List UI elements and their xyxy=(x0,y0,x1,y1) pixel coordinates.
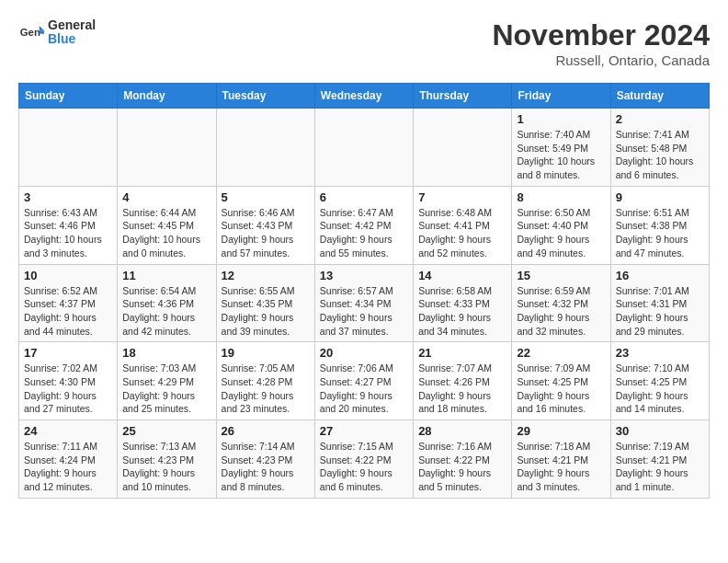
day-info: Sunrise: 6:44 AM Sunset: 4:45 PM Dayligh… xyxy=(122,206,210,260)
calendar-cell: 17Sunrise: 7:02 AM Sunset: 4:30 PM Dayli… xyxy=(19,342,118,420)
day-number: 30 xyxy=(616,424,704,438)
day-number: 28 xyxy=(418,424,506,438)
calendar-cell xyxy=(414,109,512,187)
day-number: 15 xyxy=(517,269,605,282)
day-info: Sunrise: 6:59 AM Sunset: 4:32 PM Dayligh… xyxy=(517,284,605,339)
day-info: Sunrise: 7:10 AM Sunset: 4:25 PM Dayligh… xyxy=(616,362,704,416)
day-info: Sunrise: 7:16 AM Sunset: 4:22 PM Dayligh… xyxy=(418,440,506,494)
day-info: Sunrise: 7:02 AM Sunset: 4:30 PM Dayligh… xyxy=(24,362,112,416)
day-number: 25 xyxy=(122,424,210,438)
calendar-cell: 1Sunrise: 7:40 AM Sunset: 5:49 PM Daylig… xyxy=(512,109,610,187)
location: Russell, Ontario, Canada xyxy=(492,52,710,68)
calendar-cell: 13Sunrise: 6:57 AM Sunset: 4:34 PM Dayli… xyxy=(314,264,413,342)
logo-icon: Gen xyxy=(18,19,44,45)
calendar-cell: 14Sunrise: 6:58 AM Sunset: 4:33 PM Dayli… xyxy=(414,264,512,342)
page-header: Gen General Blue November 2024 Russell, … xyxy=(18,18,710,68)
day-info: Sunrise: 7:06 AM Sunset: 4:27 PM Dayligh… xyxy=(320,362,408,416)
day-info: Sunrise: 7:03 AM Sunset: 4:29 PM Dayligh… xyxy=(122,362,210,416)
day-number: 24 xyxy=(24,424,112,438)
day-info: Sunrise: 6:55 AM Sunset: 4:35 PM Dayligh… xyxy=(222,284,310,339)
svg-rect-3 xyxy=(40,31,44,35)
day-info: Sunrise: 6:47 AM Sunset: 4:42 PM Dayligh… xyxy=(320,206,408,260)
day-number: 21 xyxy=(418,346,506,360)
calendar: SundayMondayTuesdayWednesdayThursdayFrid… xyxy=(18,83,710,499)
calendar-cell: 2Sunrise: 7:41 AM Sunset: 5:48 PM Daylig… xyxy=(610,109,709,187)
day-number: 1 xyxy=(517,112,605,126)
calendar-cell: 19Sunrise: 7:05 AM Sunset: 4:28 PM Dayli… xyxy=(216,342,314,420)
day-number: 9 xyxy=(616,190,704,204)
day-info: Sunrise: 7:05 AM Sunset: 4:28 PM Dayligh… xyxy=(222,362,310,416)
calendar-cell: 6Sunrise: 6:47 AM Sunset: 4:42 PM Daylig… xyxy=(314,186,413,264)
weekday-header: Monday xyxy=(118,84,216,109)
day-number: 7 xyxy=(418,190,506,204)
weekday-header: Wednesday xyxy=(314,84,413,109)
day-info: Sunrise: 6:51 AM Sunset: 4:38 PM Dayligh… xyxy=(616,206,704,260)
calendar-cell: 16Sunrise: 7:01 AM Sunset: 4:31 PM Dayli… xyxy=(610,264,709,342)
day-info: Sunrise: 6:54 AM Sunset: 4:36 PM Dayligh… xyxy=(122,284,210,339)
day-info: Sunrise: 7:13 AM Sunset: 4:23 PM Dayligh… xyxy=(122,440,210,494)
calendar-cell: 10Sunrise: 6:52 AM Sunset: 4:37 PM Dayli… xyxy=(19,264,118,342)
calendar-week-row: 24Sunrise: 7:11 AM Sunset: 4:24 PM Dayli… xyxy=(19,420,710,499)
calendar-cell: 23Sunrise: 7:10 AM Sunset: 4:25 PM Dayli… xyxy=(610,342,709,420)
day-number: 11 xyxy=(122,269,210,282)
calendar-cell: 7Sunrise: 6:48 AM Sunset: 4:41 PM Daylig… xyxy=(414,186,512,264)
day-number: 19 xyxy=(222,346,310,360)
day-info: Sunrise: 7:19 AM Sunset: 4:21 PM Dayligh… xyxy=(616,440,704,494)
day-info: Sunrise: 7:14 AM Sunset: 4:23 PM Dayligh… xyxy=(222,440,310,494)
calendar-cell: 24Sunrise: 7:11 AM Sunset: 4:24 PM Dayli… xyxy=(19,420,118,499)
weekday-header: Tuesday xyxy=(216,84,314,109)
weekday-header: Sunday xyxy=(19,84,118,109)
day-number: 12 xyxy=(222,269,310,282)
day-number: 3 xyxy=(24,190,112,204)
svg-marker-2 xyxy=(40,26,44,30)
calendar-cell: 5Sunrise: 6:46 AM Sunset: 4:43 PM Daylig… xyxy=(216,186,314,264)
day-info: Sunrise: 6:57 AM Sunset: 4:34 PM Dayligh… xyxy=(320,284,408,339)
logo: Gen General Blue xyxy=(18,18,96,47)
day-info: Sunrise: 7:15 AM Sunset: 4:22 PM Dayligh… xyxy=(320,440,408,494)
calendar-week-row: 3Sunrise: 6:43 AM Sunset: 4:46 PM Daylig… xyxy=(19,186,710,264)
day-number: 5 xyxy=(222,190,310,204)
day-info: Sunrise: 6:43 AM Sunset: 4:46 PM Dayligh… xyxy=(24,206,112,260)
day-number: 10 xyxy=(24,269,112,282)
day-info: Sunrise: 7:07 AM Sunset: 4:26 PM Dayligh… xyxy=(418,362,506,416)
calendar-week-row: 10Sunrise: 6:52 AM Sunset: 4:37 PM Dayli… xyxy=(19,264,710,342)
day-number: 16 xyxy=(616,269,704,282)
day-info: Sunrise: 6:58 AM Sunset: 4:33 PM Dayligh… xyxy=(418,284,506,339)
calendar-cell: 27Sunrise: 7:15 AM Sunset: 4:22 PM Dayli… xyxy=(314,420,413,499)
day-info: Sunrise: 6:46 AM Sunset: 4:43 PM Dayligh… xyxy=(222,206,310,260)
day-info: Sunrise: 7:41 AM Sunset: 5:48 PM Dayligh… xyxy=(616,128,704,182)
day-number: 23 xyxy=(616,346,704,360)
day-number: 26 xyxy=(222,424,310,438)
calendar-cell xyxy=(19,109,118,187)
calendar-cell: 9Sunrise: 6:51 AM Sunset: 4:38 PM Daylig… xyxy=(610,186,709,264)
day-number: 17 xyxy=(24,346,112,360)
day-number: 27 xyxy=(320,424,408,438)
day-number: 22 xyxy=(517,346,605,360)
logo-general: General xyxy=(48,18,96,32)
svg-text:Gen: Gen xyxy=(20,27,40,38)
day-number: 6 xyxy=(320,190,408,204)
weekday-header: Saturday xyxy=(610,84,709,109)
calendar-cell: 18Sunrise: 7:03 AM Sunset: 4:29 PM Dayli… xyxy=(118,342,216,420)
day-info: Sunrise: 6:48 AM Sunset: 4:41 PM Dayligh… xyxy=(418,206,506,260)
calendar-cell: 30Sunrise: 7:19 AM Sunset: 4:21 PM Dayli… xyxy=(610,420,709,499)
month-title: November 2024 xyxy=(492,18,710,52)
calendar-cell: 26Sunrise: 7:14 AM Sunset: 4:23 PM Dayli… xyxy=(216,420,314,499)
calendar-cell: 15Sunrise: 6:59 AM Sunset: 4:32 PM Dayli… xyxy=(512,264,610,342)
day-number: 4 xyxy=(122,190,210,204)
calendar-cell: 25Sunrise: 7:13 AM Sunset: 4:23 PM Dayli… xyxy=(118,420,216,499)
day-info: Sunrise: 6:50 AM Sunset: 4:40 PM Dayligh… xyxy=(517,206,605,260)
day-number: 29 xyxy=(517,424,605,438)
weekday-header: Friday xyxy=(512,84,610,109)
calendar-cell: 4Sunrise: 6:44 AM Sunset: 4:45 PM Daylig… xyxy=(118,186,216,264)
calendar-cell: 11Sunrise: 6:54 AM Sunset: 4:36 PM Dayli… xyxy=(118,264,216,342)
day-number: 20 xyxy=(320,346,408,360)
day-number: 8 xyxy=(517,190,605,204)
day-number: 18 xyxy=(122,346,210,360)
calendar-cell xyxy=(314,109,413,187)
calendar-cell xyxy=(216,109,314,187)
day-number: 13 xyxy=(320,269,408,282)
calendar-cell: 21Sunrise: 7:07 AM Sunset: 4:26 PM Dayli… xyxy=(414,342,512,420)
calendar-cell: 22Sunrise: 7:09 AM Sunset: 4:25 PM Dayli… xyxy=(512,342,610,420)
calendar-week-row: 1Sunrise: 7:40 AM Sunset: 5:49 PM Daylig… xyxy=(19,109,710,187)
